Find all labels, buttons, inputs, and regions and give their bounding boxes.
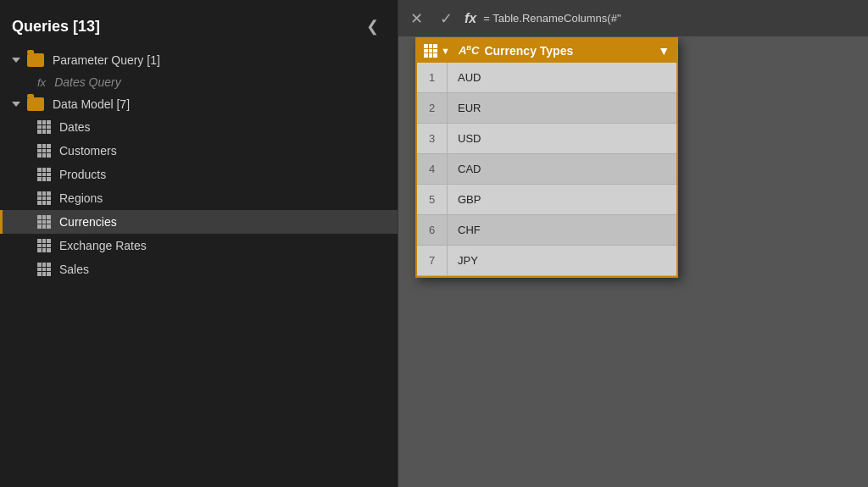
row-value: CAD	[448, 163, 676, 175]
table-icon-regions	[37, 191, 51, 205]
column-dropdown-arrow[interactable]: ▼	[658, 44, 670, 58]
sidebar-item-exchange-rates[interactable]: Exchange Rates	[0, 234, 398, 257]
fx-formula-label: fx	[465, 11, 476, 26]
row-number: 1	[417, 63, 448, 92]
folder-icon	[27, 53, 44, 67]
table-row: 1 AUD	[417, 63, 676, 93]
folder-label-2: Data Model [7]	[53, 97, 130, 111]
sidebar-item-label-exchange-rates: Exchange Rates	[59, 239, 147, 252]
formula-bar: ✕ ✓ fx = Table.RenameColumns(#"	[398, 0, 868, 37]
row-value: GBP	[448, 193, 676, 206]
main-content: ✕ ✓ fx = Table.RenameColumns(#"	[398, 0, 868, 487]
fx-dates-query[interactable]: fx Dates Query	[0, 71, 398, 93]
folder-label: Parameter Query [1]	[53, 53, 160, 67]
row-value: AUD	[448, 71, 676, 84]
sidebar-item-dates[interactable]: Dates	[0, 115, 398, 139]
abc-label: ABC	[459, 44, 480, 57]
row-number: 7	[417, 246, 448, 275]
sidebar-item-label-regions: Regions	[59, 191, 103, 205]
table-area: ▼ ABC Currency Types ▼ 1 AUD 2 EUR 3 USD…	[398, 37, 868, 487]
table-row: 4 CAD	[417, 154, 676, 185]
sidebar-header: Queries [13] ❮	[0, 8, 398, 49]
sidebar-item-label-sales: Sales	[59, 263, 89, 276]
sidebar-item-regions[interactable]: Regions	[0, 186, 398, 210]
col-type-area: ▼	[424, 44, 450, 58]
sidebar-item-label-products: Products	[59, 168, 106, 181]
confirm-button[interactable]: ✓	[435, 8, 458, 30]
sidebar: Queries [13] ❮ Parameter Query [1] fx Da…	[0, 0, 398, 487]
table-icon-customers	[37, 144, 51, 158]
row-number: 2	[417, 93, 448, 123]
sidebar-item-sales[interactable]: Sales	[0, 257, 398, 281]
table-row: 2 EUR	[417, 93, 676, 124]
formula-text: = Table.RenameColumns(#"	[483, 12, 861, 25]
sidebar-item-currencies[interactable]: Currencies	[0, 210, 398, 234]
sidebar-item-products[interactable]: Products	[0, 163, 398, 186]
cancel-button[interactable]: ✕	[405, 8, 428, 30]
row-number: 6	[417, 215, 448, 245]
row-value: CHF	[448, 224, 676, 236]
table-row: 7 JPY	[417, 246, 676, 276]
sidebar-item-customers[interactable]: Customers	[0, 139, 398, 163]
table-icon-exchange-rates	[37, 239, 51, 252]
column-name: Currency Types	[484, 44, 653, 58]
row-value: EUR	[448, 102, 676, 114]
tree-section: Parameter Query [1] fx Dates Query Data …	[0, 49, 398, 487]
row-number: 4	[417, 154, 448, 184]
sidebar-title: Queries [13]	[12, 18, 100, 36]
column-header[interactable]: ▼ ABC Currency Types ▼	[417, 39, 676, 63]
table-row: 6 CHF	[417, 215, 676, 246]
expand-triangle	[12, 58, 20, 63]
expand-triangle-2	[12, 102, 20, 107]
collapse-button[interactable]: ❮	[359, 15, 386, 37]
row-number: 5	[417, 185, 448, 214]
table-row: 5 GBP	[417, 185, 676, 215]
table-icon-products	[37, 168, 51, 181]
folder-parameter-query[interactable]: Parameter Query [1]	[0, 49, 398, 71]
table-icon-sales	[37, 263, 51, 276]
col-grid-icon	[424, 44, 437, 58]
table-container: ▼ ABC Currency Types ▼ 1 AUD 2 EUR 3 USD…	[398, 37, 868, 487]
fx-icon: fx	[37, 76, 46, 89]
sidebar-item-label-dates: Dates	[59, 120, 91, 134]
table-icon-currencies	[37, 215, 51, 229]
folder-icon-2	[27, 97, 44, 111]
folder-data-model[interactable]: Data Model [7]	[0, 93, 398, 115]
col-dropdown-arrow-left[interactable]: ▼	[441, 46, 450, 56]
table-icon-dates	[37, 120, 51, 134]
row-value: JPY	[448, 254, 676, 267]
row-value: USD	[448, 132, 676, 145]
table-row: 3 USD	[417, 124, 676, 154]
row-number: 3	[417, 124, 448, 153]
sidebar-item-label-currencies: Currencies	[59, 215, 117, 229]
column-dropdown-popup: ▼ ABC Currency Types ▼ 1 AUD 2 EUR 3 USD…	[415, 37, 678, 278]
table-body: 1 AUD 2 EUR 3 USD 4 CAD 5 GBP 6 CHF 7 JP…	[417, 63, 676, 276]
sidebar-item-label-customers: Customers	[59, 144, 117, 158]
fx-item-label: Dates Query	[54, 75, 121, 89]
